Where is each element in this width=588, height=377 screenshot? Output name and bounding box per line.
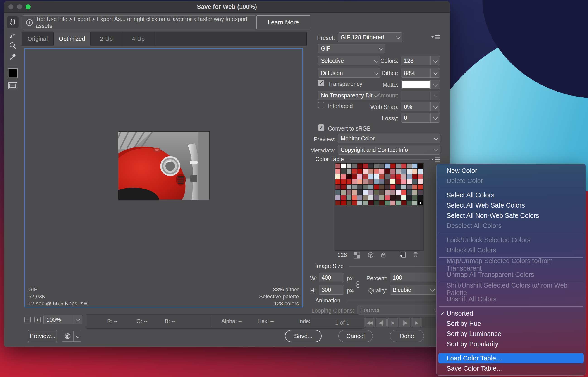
color-swatch[interactable] xyxy=(363,179,368,184)
color-swatch[interactable] xyxy=(341,195,346,200)
color-swatch[interactable] xyxy=(341,200,346,205)
color-swatch[interactable] xyxy=(379,195,385,200)
color-swatch[interactable] xyxy=(401,190,407,195)
color-swatch[interactable] xyxy=(363,169,368,174)
web-snap-select[interactable]: 0% xyxy=(401,102,440,111)
new-color-icon[interactable] xyxy=(399,251,407,259)
color-swatch[interactable] xyxy=(401,184,407,190)
zoom-in-button[interactable]: + xyxy=(34,317,41,323)
color-table-panel-menu-icon[interactable] xyxy=(431,157,440,163)
color-swatch[interactable] xyxy=(401,200,407,205)
hand-tool-button[interactable] xyxy=(7,16,19,28)
color-swatch[interactable] xyxy=(346,190,352,195)
color-swatch[interactable] xyxy=(390,190,396,195)
slice-select-tool-icon[interactable] xyxy=(9,31,17,39)
color-swatch[interactable] xyxy=(379,190,385,195)
color-swatch[interactable] xyxy=(418,163,423,169)
optimized-preview-pane[interactable]: GIF 62,93K 12 sec @ 56.6 Kbps 88% dither… xyxy=(24,48,303,307)
color-swatch[interactable] xyxy=(341,163,346,169)
toggle-slices-icon[interactable] xyxy=(8,82,18,90)
color-swatch[interactable] xyxy=(396,169,401,174)
color-swatch[interactable] xyxy=(401,179,407,184)
color-swatch[interactable] xyxy=(357,190,363,195)
color-swatch[interactable] xyxy=(407,169,412,174)
color-swatch[interactable] xyxy=(390,184,396,190)
color-swatch[interactable] xyxy=(341,169,346,174)
color-swatch[interactable] xyxy=(357,163,363,169)
color-swatch[interactable] xyxy=(385,174,390,179)
menu-item-sort-by-luminance[interactable]: Sort by Luminance xyxy=(438,329,584,339)
color-swatch[interactable] xyxy=(412,179,418,184)
zoom-tool-icon[interactable] xyxy=(9,41,17,50)
done-button[interactable]: Done xyxy=(390,330,424,342)
preview-info-menu-icon[interactable] xyxy=(81,301,87,306)
menu-item-new-color[interactable]: New Color xyxy=(438,166,584,176)
color-swatch[interactable] xyxy=(352,195,357,200)
color-swatch[interactable] xyxy=(346,179,352,184)
color-swatch[interactable] xyxy=(412,200,418,205)
color-swatch[interactable] xyxy=(335,200,341,205)
color-swatch[interactable] xyxy=(352,174,357,179)
menu-item-select-all-web-safe-colors[interactable]: Select All Web Safe Colors xyxy=(438,200,584,211)
transparency-checkbox[interactable]: ✓ xyxy=(318,80,324,86)
color-swatch[interactable] xyxy=(368,163,374,169)
lossy-select[interactable]: 0 xyxy=(401,113,440,123)
delete-color-trash-icon[interactable] xyxy=(412,251,419,258)
color-swatch[interactable] xyxy=(374,195,379,200)
color-swatch[interactable] xyxy=(352,184,357,190)
color-swatch[interactable] xyxy=(385,184,390,190)
previous-frame-button[interactable]: ◀│ xyxy=(376,318,387,327)
preset-select[interactable]: GIF 128 Dithered xyxy=(338,32,402,42)
color-swatch[interactable] xyxy=(407,179,412,184)
metadata-select[interactable]: Copyright and Contact Info xyxy=(338,145,440,154)
color-swatch[interactable] xyxy=(390,169,396,174)
color-swatch[interactable] xyxy=(335,169,341,174)
color-swatch[interactable] xyxy=(390,179,396,184)
color-swatch[interactable] xyxy=(335,184,341,190)
color-swatch[interactable] xyxy=(396,195,401,200)
preview-in-browser-button[interactable]: Preview... xyxy=(28,330,57,342)
color-swatch[interactable] xyxy=(368,179,374,184)
color-swatch[interactable] xyxy=(401,174,407,179)
save-button[interactable]: Save... xyxy=(285,330,322,342)
color-swatch[interactable] xyxy=(379,163,385,169)
color-swatch[interactable] xyxy=(352,169,357,174)
color-swatch[interactable] xyxy=(363,184,368,190)
color-swatch[interactable] xyxy=(335,195,341,200)
color-swatch[interactable] xyxy=(346,174,352,179)
color-swatch[interactable] xyxy=(396,174,401,179)
color-swatch[interactable] xyxy=(396,184,401,190)
menu-item-sort-by-hue[interactable]: Sort by Hue xyxy=(438,318,584,329)
preview-image[interactable] xyxy=(118,131,210,200)
format-select[interactable]: GIF xyxy=(318,44,385,53)
tab-2up[interactable]: 2-Up xyxy=(90,32,122,46)
color-swatch[interactable] xyxy=(407,163,412,169)
color-swatch[interactable] xyxy=(374,190,379,195)
quality-select[interactable]: Bicubic xyxy=(390,285,437,295)
convert-srgb-checkbox[interactable]: ✓ xyxy=(318,124,324,131)
color-swatch[interactable] xyxy=(374,179,379,184)
color-swatch[interactable] xyxy=(407,200,412,205)
color-swatch[interactable] xyxy=(418,169,423,174)
color-swatch[interactable] xyxy=(412,174,418,179)
color-swatch[interactable] xyxy=(341,179,346,184)
eyedropper-tool-icon[interactable] xyxy=(9,52,17,60)
color-swatch[interactable] xyxy=(341,184,346,190)
height-input[interactable]: 300 xyxy=(319,285,344,295)
color-swatch[interactable] xyxy=(379,169,385,174)
color-swatch[interactable] xyxy=(346,200,352,205)
color-swatch[interactable] xyxy=(357,195,363,200)
color-swatch[interactable] xyxy=(346,195,352,200)
color-swatch[interactable] xyxy=(352,190,357,195)
tab-optimized[interactable]: Optimized xyxy=(54,32,90,46)
color-swatch[interactable] xyxy=(418,190,423,195)
color-swatch[interactable] xyxy=(401,169,407,174)
color-swatch[interactable] xyxy=(390,200,396,205)
color-swatch[interactable] xyxy=(363,163,368,169)
color-swatch[interactable] xyxy=(396,163,401,169)
color-swatch[interactable] xyxy=(346,163,352,169)
color-swatch[interactable] xyxy=(385,190,390,195)
color-swatch[interactable] xyxy=(401,195,407,200)
color-swatch[interactable] xyxy=(374,184,379,190)
color-swatch[interactable] xyxy=(335,163,341,169)
